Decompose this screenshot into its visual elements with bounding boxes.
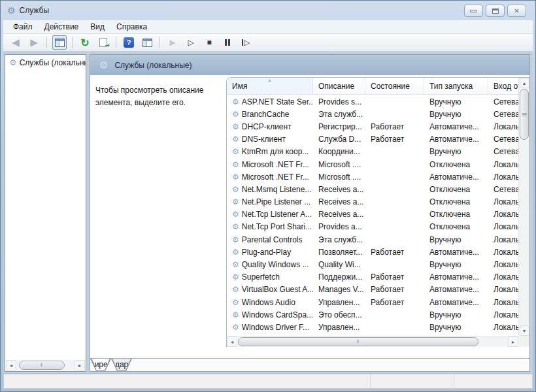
service-gear-icon: ⚙: [232, 210, 239, 219]
service-name-cell: ⚙ Microsoft .NET Fr...: [227, 171, 313, 183]
play-icon: ▶: [169, 38, 175, 47]
service-name-cell: ⚙ Superfetch: [227, 271, 313, 284]
service-startup-type-cell: Отключена: [424, 208, 488, 221]
banner-title: Службы (локальные): [114, 61, 192, 70]
scroll-right-icon[interactable]: ▸: [75, 360, 85, 370]
service-gear-icon: ⚙: [232, 248, 239, 257]
table-row[interactable]: ⚙ Windows CardSpa... Это обесп... Вручну…: [227, 308, 518, 321]
column-header-startup-type[interactable]: Тип запуска: [424, 78, 488, 94]
menu-help[interactable]: Справка: [110, 21, 153, 33]
horizontal-scrollbar-thumb[interactable]: ⦀: [238, 337, 478, 346]
service-gear-icon: ⚙: [232, 272, 239, 282]
table-row[interactable]: ⚙ Plug-and-Play Позволяет... Работает Ав…: [227, 246, 518, 258]
maximize-button[interactable]: [486, 5, 505, 17]
pause-service-button[interactable]: [220, 35, 235, 50]
service-state-cell: [365, 108, 424, 120]
vertical-scrollbar[interactable]: ▴ ▾: [518, 78, 529, 336]
export-list-button[interactable]: [96, 35, 110, 50]
service-name-cell: ⚙ KtmRm для коор...: [227, 146, 313, 158]
menu-view[interactable]: Вид: [84, 21, 110, 33]
forward-arrow-icon: ▶: [30, 37, 38, 48]
menu-file[interactable]: Файл: [7, 21, 39, 33]
show-properties-button[interactable]: [140, 35, 154, 50]
service-logon-cell: Сетевая служба: [488, 95, 518, 108]
service-logon-cell: Локальная система: [488, 233, 518, 246]
table-row[interactable]: ⚙ BranchCache Эта служб... Вручную Сетев…: [227, 108, 518, 120]
services-panel: ⚙ Службы (локальные) Чтобы просмотреть о…: [90, 54, 530, 372]
service-logon-cell: Локальная система: [488, 296, 518, 308]
back-button[interactable]: ◀: [8, 35, 23, 50]
service-logon-cell: Локальная система: [488, 171, 518, 183]
stop-service-button[interactable]: ■: [202, 35, 216, 50]
table-row[interactable]: ⚙ Parental Controls Эта служб... Вручную…: [227, 233, 518, 246]
service-gear-icon: ⚙: [232, 260, 239, 269]
service-gear-icon: ⚙: [232, 310, 239, 319]
table-row[interactable]: ⚙ DNS-клиент Служба D... Работает Автома…: [227, 133, 518, 146]
table-row[interactable]: ⚙ Superfetch Поддержи... Работает Автома…: [227, 271, 518, 284]
scroll-down-icon[interactable]: ▾: [520, 325, 529, 336]
table-row[interactable]: ⚙ Net.Msmq Listene... Receives a... Откл…: [227, 183, 518, 195]
start-service-button[interactable]: ▷: [184, 35, 198, 50]
service-name-cell: ⚙ Net.Pipe Listener ...: [227, 196, 313, 208]
service-description-cell: Регистрир...: [313, 120, 365, 133]
tree-item-services-local[interactable]: ⚙ Службы (локальные): [5, 55, 86, 69]
scrollbar-corner: [518, 336, 529, 347]
title-bar[interactable]: ⚙ Службы ✕: [1, 1, 535, 20]
forward-button[interactable]: ▶: [27, 35, 41, 50]
column-header-logon-as[interactable]: Вход от имени: [488, 78, 518, 94]
table-header-row: Имя ▲ Описание Состояние Тип запуска Вхо…: [227, 78, 518, 95]
table-row[interactable]: ⚙ Net.Tcp Listener A... Receives a... От…: [227, 208, 518, 221]
console-tree-icon: [55, 39, 65, 47]
service-gear-icon: ⚙: [232, 122, 239, 131]
close-button[interactable]: ✕: [507, 5, 526, 17]
column-header-description[interactable]: Описание: [313, 78, 365, 94]
service-gear-icon: ⚙: [232, 135, 239, 144]
table-row[interactable]: ⚙ DHCP-клиент Регистрир... Работает Авто…: [227, 120, 518, 133]
services-gear-icon: ⚙: [99, 59, 108, 71]
help-button[interactable]: ?: [122, 35, 136, 50]
view-tab-bar: Расширенный Стандартный: [90, 358, 529, 371]
export-list-icon: [99, 38, 107, 47]
scroll-left-icon[interactable]: ◂: [227, 336, 237, 347]
refresh-button[interactable]: ↻: [78, 35, 92, 50]
scroll-up-icon[interactable]: ▴: [520, 78, 529, 88]
service-name-cell: ⚙ Windows CardSpa...: [227, 308, 313, 321]
table-row[interactable]: ⚙ Net.Pipe Listener ... Receives a... От…: [227, 196, 518, 208]
close-icon: ✕: [514, 7, 519, 14]
table-row[interactable]: ⚙ ASP.NET State Ser... Provides s... Вру…: [227, 95, 518, 108]
service-description-cell: Manages V...: [313, 284, 365, 296]
vertical-scrollbar-thumb[interactable]: [520, 89, 529, 140]
service-state-cell: Работает: [365, 120, 424, 133]
restart-service-button[interactable]: ▷: [239, 35, 253, 50]
service-state-cell: [365, 146, 424, 158]
table-row[interactable]: ⚙ Quality Windows ... Quality Wi... Вруч…: [227, 258, 518, 270]
table-row[interactable]: ⚙ VirtualBox Guest A... Manages V... Раб…: [227, 284, 518, 296]
table-row[interactable]: ⚙ Windows Driver F... Управлен... Вручну…: [227, 321, 518, 333]
tree-horizontal-scrollbar[interactable]: ◂ ⦀ ▸: [6, 360, 85, 370]
table-row[interactable]: ⚙ Windows Audio Управлен... Работает Авт…: [227, 296, 518, 308]
minimize-icon: [470, 10, 477, 12]
column-header-name[interactable]: Имя ▲: [227, 78, 313, 94]
minimize-button[interactable]: [464, 5, 483, 17]
service-name-cell: ⚙ Net.Tcp Listener A...: [227, 208, 313, 221]
service-startup-type-cell: Автоматиче...: [424, 171, 488, 183]
service-gear-icon: ⚙: [232, 185, 239, 194]
tree-scrollbar-thumb[interactable]: ⦀: [19, 361, 65, 370]
table-row[interactable]: ⚙ Microsoft .NET Fr... Microsoft .... От…: [227, 158, 518, 171]
tab-standard[interactable]: Стандартный: [111, 359, 132, 371]
table-row[interactable]: ⚙ KtmRm для коор... Координи... Вручную …: [227, 146, 518, 158]
show-console-tree-button[interactable]: [52, 35, 67, 50]
service-description-cell: Позволяет...: [313, 246, 365, 258]
service-startup-type-cell: Отключена: [424, 158, 488, 171]
table-row[interactable]: ⚙ Net.Tcp Port Shari... Provides a... От…: [227, 221, 518, 233]
service-name-cell: ⚙ VirtualBox Guest A...: [227, 284, 313, 296]
service-state-cell: Работает: [365, 133, 424, 146]
scroll-left-icon[interactable]: ◂: [6, 360, 16, 370]
column-header-state[interactable]: Состояние: [365, 78, 424, 94]
menu-action[interactable]: Действие: [39, 21, 85, 33]
scroll-right-icon[interactable]: ▸: [508, 336, 518, 347]
horizontal-scrollbar[interactable]: ◂ ⦀ ▸: [227, 336, 518, 347]
table-row[interactable]: ⚙ Microsoft .NET Fr... Microsoft .... Ав…: [227, 171, 518, 183]
tab-extended[interactable]: Расширенный: [90, 359, 111, 371]
pause-icon: [225, 39, 230, 46]
